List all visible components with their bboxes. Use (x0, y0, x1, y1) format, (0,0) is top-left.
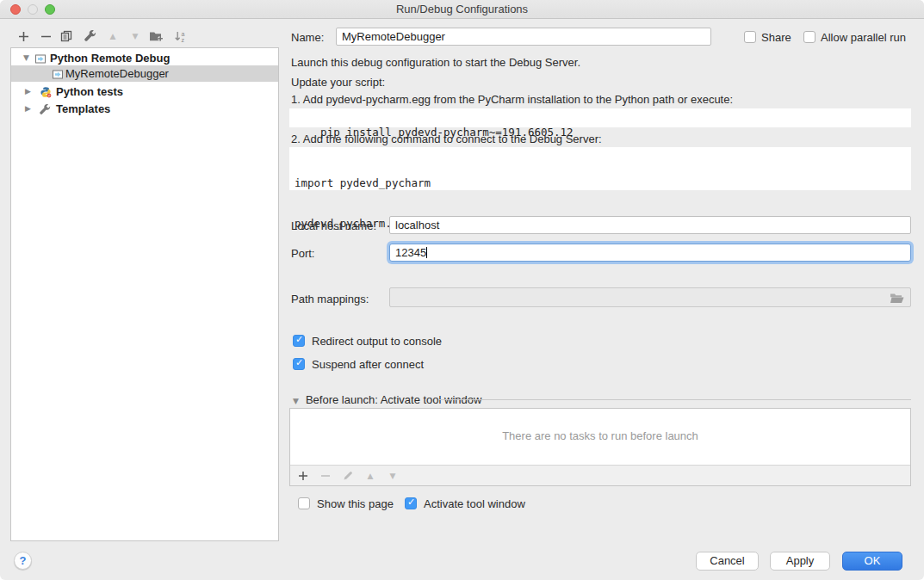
share-label[interactable]: Share (761, 31, 791, 44)
remove-icon (40, 31, 52, 42)
move-up-icon: ▲ (368, 472, 374, 480)
configurations-tree[interactable]: ▼ Python Remote Debug MyRemoteDebugger ▶… (10, 47, 279, 541)
allow-parallel-run-checkbox[interactable] (803, 31, 815, 43)
add-configuration-button[interactable] (16, 28, 31, 44)
svg-text:a: a (181, 31, 184, 37)
chevron-down-icon[interactable]: ▼ (293, 397, 299, 405)
step2-text: 2. Add the following command to connect … (291, 133, 602, 145)
apply-button[interactable]: Apply (770, 552, 830, 571)
tree-item-templates[interactable]: ▶ Templates (11, 101, 278, 117)
tree-item-python-remote-debug[interactable]: ▼ Python Remote Debug (11, 50, 278, 66)
update-script-text: Update your script: (291, 76, 385, 89)
remove-icon (320, 471, 331, 481)
before-launch-tasks-panel[interactable]: There are no tasks to run before launch … (289, 408, 911, 486)
new-folder-button[interactable] (148, 28, 164, 44)
allow-parallel-run-label[interactable]: Allow parallel run (821, 31, 906, 44)
help-button[interactable]: ? (14, 552, 32, 570)
wrench-icon (40, 103, 51, 120)
code-line-import: import pydevd_pycharm (295, 176, 906, 190)
add-icon (18, 31, 29, 42)
activate-tool-window-label[interactable]: Activate tool window (424, 497, 525, 510)
edit-defaults-button[interactable] (83, 28, 98, 44)
port-label: Port: (291, 247, 314, 260)
path-mappings-label: Path mappings: (291, 293, 369, 305)
show-this-page-label[interactable]: Show this page (317, 497, 394, 510)
tree-item-label: MyRemoteDebugger (65, 65, 169, 82)
tree-item-label: Templates (56, 101, 110, 117)
suspend-after-connect-checkbox[interactable] (293, 358, 305, 370)
share-checkbox[interactable] (744, 31, 756, 43)
chevron-right-icon[interactable]: ▶ (25, 101, 31, 117)
remote-debug-icon (52, 68, 64, 84)
window-title: Run/Debug Configurations (0, 3, 924, 15)
tree-item-label: Python Remote Debug (50, 50, 170, 66)
activate-tool-window-checkbox[interactable] (405, 497, 417, 509)
port-value: 12345 (395, 246, 426, 259)
remove-configuration-button[interactable] (38, 28, 53, 44)
tree-item-myremotedebugger[interactable]: MyRemoteDebugger (11, 65, 278, 82)
svg-text:z: z (181, 37, 184, 43)
add-icon (298, 471, 308, 481)
move-down-icon: ▼ (133, 32, 139, 40)
configurations-toolbar: ▲ ▼ az (10, 26, 279, 46)
titlebar[interactable]: Run/Debug Configurations (0, 0, 924, 19)
remove-task-button[interactable] (318, 468, 333, 484)
path-mappings-input[interactable] (389, 287, 911, 307)
new-folder-icon (149, 30, 164, 42)
sort-configurations-button[interactable]: az (172, 28, 188, 44)
chevron-down-icon[interactable]: ▼ (23, 50, 29, 66)
name-input[interactable] (336, 28, 711, 46)
edit-task-button[interactable] (340, 468, 356, 484)
empty-tasks-message: There are no tasks to run before launch (290, 429, 910, 442)
section-divider (439, 399, 911, 400)
open-folder-icon[interactable] (890, 293, 905, 304)
copy-icon (60, 30, 72, 42)
local-host-input[interactable] (389, 216, 911, 234)
move-task-up-button[interactable]: ▲ (363, 468, 378, 484)
move-down-icon: ▼ (390, 472, 396, 480)
pip-command-code[interactable]: pip install pydevd-pycharm~=191.6605.12 (289, 108, 911, 127)
move-up-icon: ▲ (110, 32, 116, 40)
text-caret (426, 247, 427, 258)
question-mark-icon: ? (20, 554, 27, 567)
tree-item-label: Python tests (56, 83, 123, 100)
port-input[interactable]: 12345 (389, 244, 911, 262)
add-task-button[interactable] (295, 468, 311, 484)
edit-pencil-icon (343, 471, 353, 481)
step1-text: 1. Add pydevd-pycharm.egg from the PyCha… (291, 93, 733, 106)
suspend-after-connect-label[interactable]: Suspend after connect (312, 358, 424, 371)
cancel-button[interactable]: Cancel (696, 552, 759, 571)
move-task-down-button[interactable]: ▼ (385, 468, 400, 484)
ok-button[interactable]: OK (842, 552, 902, 571)
move-up-button[interactable]: ▲ (105, 28, 121, 44)
show-this-page-checkbox[interactable] (298, 497, 310, 509)
redirect-output-checkbox[interactable] (293, 335, 305, 347)
settrace-code-block[interactable]: import pydevd_pycharm pydevd_pycharm.set… (289, 147, 911, 190)
name-label: Name: (291, 31, 324, 44)
move-down-button[interactable]: ▼ (127, 28, 143, 44)
intro-text: Launch this debug configuration to start… (291, 56, 580, 69)
tree-item-python-tests[interactable]: ▶ Python tests (11, 83, 278, 100)
run-debug-configurations-dialog: Run/Debug Configurations ▲ ▼ az ▼ (0, 0, 924, 580)
sort-alphabetically-icon: az (174, 30, 187, 42)
redirect-output-label[interactable]: Redirect output to console (312, 335, 442, 348)
chevron-right-icon[interactable]: ▶ (25, 83, 31, 100)
tasks-toolbar: ▲ ▼ (290, 465, 910, 485)
local-host-label: Local host name: (291, 219, 376, 232)
copy-configuration-button[interactable] (59, 28, 74, 44)
edit-defaults-wrench-icon (84, 30, 96, 42)
